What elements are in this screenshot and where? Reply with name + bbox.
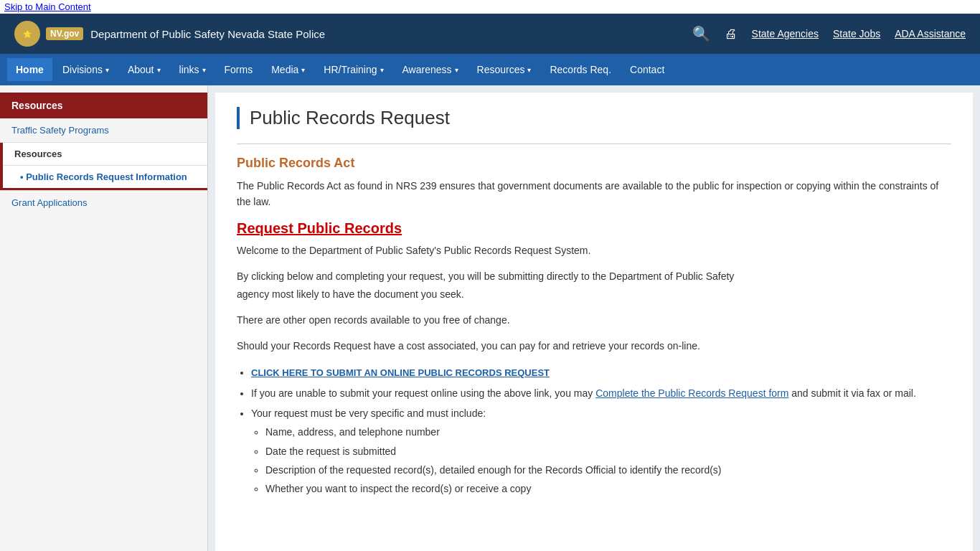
sidebar-resources-sub-header: Resources: [3, 143, 207, 166]
request-intro-3: agency most likely to have the document …: [237, 286, 951, 302]
request-intro-5: Should your Records Request have a cost …: [237, 338, 951, 354]
search-button[interactable]: 🔍: [692, 25, 710, 42]
requirement-inspect-or-copy: Whether you want to inspect the record(s…: [265, 481, 951, 496]
requirement-description: Description of the requested record(s), …: [265, 462, 951, 478]
nav-divisions[interactable]: Divisions ▾: [54, 58, 118, 81]
awareness-dropdown-icon: ▾: [455, 66, 458, 74]
page-title: Public Records Request: [250, 107, 951, 129]
top-bar: ⭐ NV.gov Department of Public Safety Nev…: [0, 14, 980, 54]
list-item-unable: If you are unable to submit your request…: [251, 385, 951, 401]
page-title-bar: Public Records Request: [237, 107, 951, 129]
request-intro-1: Welcome to the Department of Public Safe…: [237, 242, 951, 258]
agency-title: Department of Public Safety Nevada State…: [90, 28, 325, 40]
requirements-list: CLICK HERE TO SUBMIT AN ONLINE PUBLIC RE…: [251, 364, 951, 497]
request-heading-anchor[interactable]: Request Public Records: [237, 220, 402, 236]
nav-contact[interactable]: Contact: [621, 58, 673, 81]
state-jobs-link[interactable]: State Jobs: [833, 28, 880, 39]
logo-area: ⭐ NV.gov Department of Public Safety Nev…: [14, 21, 325, 47]
about-dropdown-icon: ▾: [157, 66, 161, 74]
specific-requirements-list: Name, address, and telephone number Date…: [265, 424, 951, 497]
submit-online-link[interactable]: CLICK HERE TO SUBMIT AN ONLINE PUBLIC RE…: [251, 367, 550, 378]
nav-awareness[interactable]: Awareness ▾: [394, 58, 467, 81]
sidebar-public-records-request[interactable]: Public Records Request Information: [3, 166, 207, 190]
sidebar-resources-subsection: Resources Public Records Request Informa…: [0, 143, 207, 190]
sidebar-grant-applications[interactable]: Grant Applications: [0, 190, 207, 215]
request-heading-link[interactable]: Request Public Records: [237, 220, 951, 237]
divisions-dropdown-icon: ▾: [105, 66, 109, 74]
ada-assistance-link[interactable]: ADA Assistance: [895, 28, 966, 39]
nv-seal: ⭐: [14, 21, 40, 47]
nav-records-req[interactable]: Records Req.: [541, 58, 620, 81]
complete-form-link[interactable]: Complete the Public Records Request form: [595, 387, 788, 399]
links-dropdown-icon: ▾: [202, 66, 206, 74]
nav-bar: Home Divisions ▾ About ▾ links ▾ Forms M…: [0, 54, 980, 85]
title-divider: [237, 143, 951, 144]
nv-badge[interactable]: NV.gov: [46, 27, 83, 40]
requirement-name: Name, address, and telephone number: [265, 424, 951, 440]
sidebar-traffic-safety[interactable]: Traffic Safety Programs: [0, 118, 207, 143]
public-records-act-heading: Public Records Act: [237, 156, 951, 171]
nav-hrtraining[interactable]: HR/Training ▾: [315, 58, 392, 81]
requirement-date: Date the request is submitted: [265, 443, 951, 459]
nav-home[interactable]: Home: [7, 58, 52, 81]
public-records-act-text: The Public Records Act as found in NRS 2…: [237, 178, 951, 210]
complete-form-suffix: and submit it via fax or mail.: [788, 387, 915, 399]
unable-text: If you are unable to submit your request…: [251, 387, 593, 399]
nav-resources[interactable]: Resources ▾: [468, 58, 540, 81]
list-item-submit: CLICK HERE TO SUBMIT AN ONLINE PUBLIC RE…: [251, 364, 951, 381]
request-intro-2: By clicking below and completing your re…: [237, 268, 951, 284]
state-agencies-link[interactable]: State Agencies: [752, 28, 819, 39]
request-intro-4: There are other open records available t…: [237, 312, 951, 328]
skip-to-main-link[interactable]: Skip to Main Content: [0, 0, 980, 14]
media-dropdown-icon: ▾: [301, 66, 305, 74]
list-item-specific: Your request must be very specific and m…: [251, 405, 951, 497]
specific-intro: Your request must be very specific and m…: [251, 408, 486, 419]
nav-forms[interactable]: Forms: [216, 58, 262, 81]
hrtraining-dropdown-icon: ▾: [380, 66, 384, 74]
sidebar: Resources Traffic Safety Programs Resour…: [0, 85, 208, 551]
nav-about[interactable]: About ▾: [119, 58, 169, 81]
resources-dropdown-icon: ▾: [527, 66, 531, 74]
print-button[interactable]: 🖨: [725, 27, 738, 42]
page-wrapper: Resources Traffic Safety Programs Resour…: [0, 85, 980, 551]
sidebar-resources-header[interactable]: Resources: [0, 93, 207, 118]
nav-media[interactable]: Media ▾: [263, 58, 314, 81]
top-bar-right: 🔍 🖨 State Agencies State Jobs ADA Assist…: [692, 25, 966, 42]
main-content: Public Records Request Public Records Ac…: [215, 93, 973, 551]
nav-links[interactable]: links ▾: [171, 58, 215, 81]
